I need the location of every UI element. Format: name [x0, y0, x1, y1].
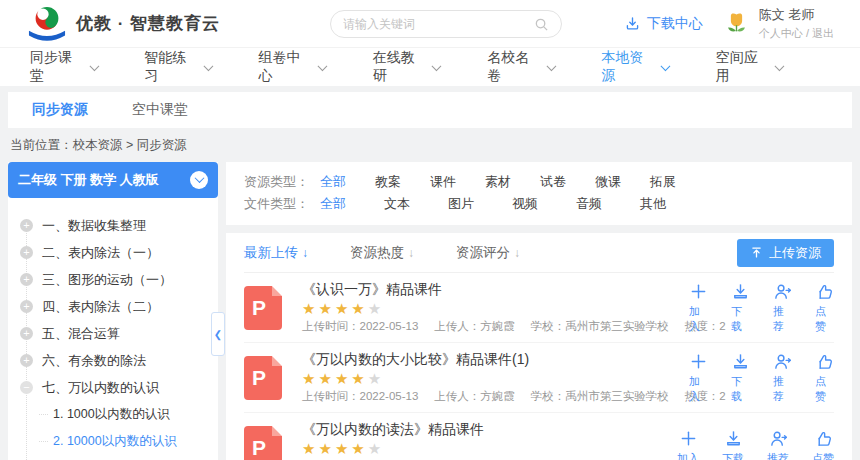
expand-plus-icon[interactable]: + [20, 300, 33, 313]
expand-plus-icon[interactable]: + [20, 273, 33, 286]
chapter-node-expanded[interactable]: −七、万以内数的认识 [20, 374, 208, 401]
chevron-down-circle-icon[interactable] [190, 171, 208, 189]
nav-item-zhineng-lianxi[interactable]: 智能练习 [144, 49, 211, 85]
filter-option[interactable]: 试卷 [540, 173, 566, 191]
filter-option[interactable]: 课件 [430, 173, 456, 191]
resource-meta: 上传时间：2022-05-13上传人：方婉霞学校：禹州市第三实验学校热度：2 [302, 319, 689, 334]
sub-tabs: 同步资源 空中课堂 [8, 92, 852, 128]
sort-resource-heat[interactable]: 资源热度↓ [350, 244, 414, 262]
recommend-button[interactable]: 推荐 [767, 429, 789, 460]
resource-list-panel: 最新上传↓ 资源热度↓ 资源评分↓ 上传资源 P 《认识一万》精品课件 [226, 233, 852, 460]
brand-logo-icon [26, 5, 68, 43]
add-button[interactable]: 加入 [677, 429, 699, 460]
resource-title[interactable]: 《认识一万》精品课件 [302, 281, 689, 299]
book-selector-label: 二年级 下册 数学 人教版 [18, 171, 159, 189]
user-box[interactable]: 陈文 老师 个人中心 / 退出 [723, 6, 834, 41]
like-button[interactable]: 点赞 [815, 352, 834, 404]
file-type-label: 文件类型： [244, 195, 320, 213]
sidebar-collapse-button[interactable]: ❮ [211, 312, 225, 356]
chapter-tree: +一、数据收集整理 +二、表内除法（一） +三、图形的运动（一） +四、表内除法… [8, 198, 218, 460]
add-button[interactable]: 加入 [689, 282, 708, 334]
chapter-sidebar: 二年级 下册 数学 人教版 +一、数据收集整理 +二、表内除法（一） +三、图形… [8, 162, 218, 460]
filter-option[interactable]: 素材 [485, 173, 511, 191]
filter-option[interactable]: 全部 [320, 173, 346, 191]
section-node[interactable]: 3. 整百、整千数加减法 [53, 455, 208, 460]
breadcrumb: 当前位置：校本资源 > 同步资源 [10, 137, 850, 154]
sort-arrow-down-icon: ↓ [302, 246, 308, 260]
expand-plus-icon[interactable]: + [20, 246, 33, 259]
sort-latest-upload[interactable]: 最新上传↓ [244, 244, 308, 262]
download-button[interactable]: 下载 [731, 352, 750, 404]
search-icon[interactable] [534, 17, 549, 32]
book-selector[interactable]: 二年级 下册 数学 人教版 [8, 162, 218, 198]
nav-item-bendi-ziyuan[interactable]: 本地资源 [601, 49, 668, 85]
section-node-selected[interactable]: 2. 10000以内数的认识 [53, 428, 208, 455]
filter-option[interactable]: 微课 [595, 173, 621, 191]
search-input[interactable] [343, 17, 534, 31]
add-button[interactable]: 加入 [689, 352, 708, 404]
nav-item-mingxiao-mingjuan[interactable]: 名校名卷 [487, 49, 554, 85]
upload-resource-button[interactable]: 上传资源 [737, 239, 834, 267]
download-button[interactable]: 下载 [731, 282, 750, 334]
filter-option[interactable]: 图片 [448, 195, 474, 213]
user-links[interactable]: 个人中心 / 退出 [759, 26, 834, 41]
filter-option[interactable]: 拓展 [650, 173, 676, 191]
nav-item-zujuan-zhongxin[interactable]: 组卷中心 [259, 49, 326, 85]
collapse-minus-icon[interactable]: − [20, 381, 33, 394]
download-center-link[interactable]: 下载中心 [624, 15, 703, 33]
like-button[interactable]: 点赞 [812, 429, 834, 460]
filter-panel: 资源类型： 全部 教案 课件 素材 试卷 微课 拓展 文件类型： 全部 文本 图… [226, 162, 852, 225]
download-button[interactable]: 下载 [722, 429, 744, 460]
filter-option[interactable]: 全部 [320, 195, 346, 213]
chapter-node[interactable]: +五、混合运算 [20, 320, 208, 347]
chevron-down-icon [89, 61, 99, 71]
search-box[interactable] [330, 10, 562, 38]
tab-tongbu-ziyuan[interactable]: 同步资源 [32, 101, 88, 119]
ppt-file-icon[interactable]: P [244, 356, 282, 400]
expand-plus-icon[interactable]: + [20, 354, 33, 367]
brand-logo[interactable]: 优教 · 智慧教育云 [26, 5, 220, 43]
recommend-button[interactable]: 推荐 [773, 352, 792, 404]
avatar[interactable] [723, 10, 750, 37]
sort-resource-rating[interactable]: 资源评分↓ [456, 244, 520, 262]
ppt-file-icon[interactable]: P [244, 426, 282, 460]
tab-kongzhong-ketang[interactable]: 空中课堂 [132, 101, 188, 119]
like-button[interactable]: 点赞 [815, 282, 834, 334]
rating-stars: ★★★★★ [302, 371, 689, 387]
sort-arrow-down-icon: ↓ [408, 246, 414, 260]
expand-plus-icon[interactable]: + [20, 327, 33, 340]
chevron-down-icon [775, 61, 785, 71]
chevron-down-icon [318, 61, 328, 71]
rating-stars: ★★★★★ [302, 301, 689, 317]
thumbs-up-icon [815, 352, 834, 371]
rating-stars: ★★★★★ [302, 441, 673, 457]
ppt-file-icon[interactable]: P [244, 286, 282, 330]
filter-option[interactable]: 文本 [384, 195, 410, 213]
thumbs-up-icon [814, 429, 833, 448]
plus-icon [679, 429, 698, 448]
chapter-node[interactable]: +三、图形的运动（一） [20, 266, 208, 293]
section-node[interactable]: 1. 1000以内数的认识 [53, 401, 208, 428]
expand-plus-icon[interactable]: + [20, 219, 33, 232]
chapter-node[interactable]: +一、数据收集整理 [20, 212, 208, 239]
recommend-person-icon [769, 429, 788, 448]
resource-row: P 《万以内数的读法》精品课件 ★★★★★ 上传时间：2022-05-13上传人… [244, 413, 834, 460]
filter-option[interactable]: 教案 [375, 173, 401, 191]
filter-option[interactable]: 视频 [512, 195, 538, 213]
recommend-button[interactable]: 推荐 [773, 282, 792, 334]
user-name: 陈文 老师 [759, 6, 834, 24]
chapter-node[interactable]: +二、表内除法（一） [20, 239, 208, 266]
chapter-node[interactable]: +六、有余数的除法 [20, 347, 208, 374]
thumbs-up-icon [815, 282, 834, 301]
nav-item-tongbu-ketang[interactable]: 同步课堂 [30, 49, 97, 85]
resource-title[interactable]: 《万以内数的读法》精品课件 [302, 421, 673, 439]
top-header: 优教 · 智慧教育云 下载中心 [0, 0, 860, 48]
download-center-label: 下载中心 [647, 15, 703, 33]
filter-option[interactable]: 音频 [576, 195, 602, 213]
resource-title[interactable]: 《万以内数的大小比较》精品课件(1) [302, 351, 689, 369]
sort-bar: 最新上传↓ 资源热度↓ 资源评分↓ 上传资源 [244, 233, 834, 273]
chapter-node[interactable]: +四、表内除法（二） [20, 293, 208, 320]
nav-item-kongjian-yingyong[interactable]: 空间应用 [716, 49, 783, 85]
nav-item-zaixian-jiaoyan[interactable]: 在线教研 [373, 49, 440, 85]
filter-option[interactable]: 其他 [640, 195, 666, 213]
